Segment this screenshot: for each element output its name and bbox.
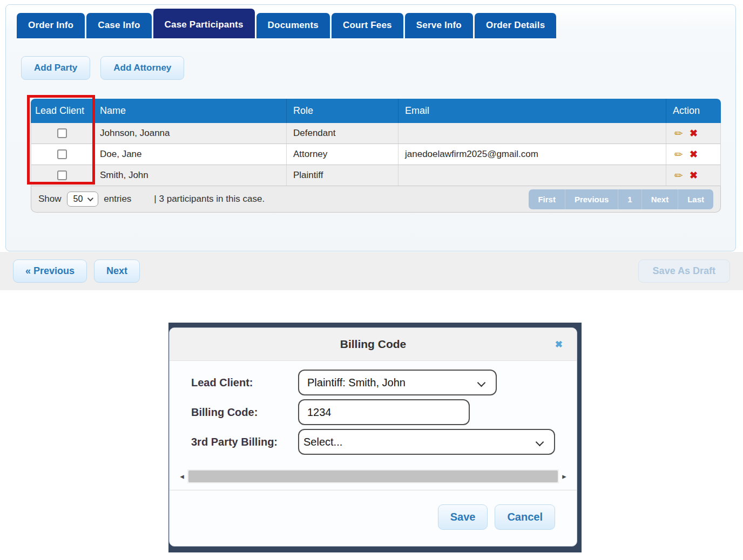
column-header-role: Role — [286, 99, 398, 123]
delete-icon[interactable]: ✖ — [690, 170, 698, 180]
tab-documents[interactable]: Documents — [256, 13, 330, 38]
horizontal-scrollbar: ◂ ▸ — [179, 469, 568, 483]
table-body: Johnson, Joanna Defendant ✏ ✖ Doe, Jane … — [31, 123, 721, 186]
pagination-previous-button[interactable]: Previous — [565, 189, 618, 209]
billing-code-input[interactable]: 1234 — [298, 399, 470, 425]
modal-title: Billing Code — [340, 338, 407, 351]
show-label: Show — [38, 194, 62, 204]
modal-buttons: Save Cancel — [191, 504, 555, 530]
participant-role: Defendant — [286, 123, 398, 144]
pagination-first-button[interactable]: First — [529, 189, 565, 209]
page: Order Info Case Info Case Participants D… — [0, 0, 743, 560]
pagination-next-button[interactable]: Next — [642, 189, 679, 209]
modal-header: Billing Code ✖ — [170, 328, 577, 361]
delete-icon[interactable]: ✖ — [690, 128, 698, 138]
participants-toolbar: Add Party Add Attorney — [21, 56, 184, 80]
chevron-down-icon — [477, 378, 486, 387]
edit-icon[interactable]: ✏ — [674, 128, 683, 139]
edit-icon[interactable]: ✏ — [674, 149, 683, 160]
column-header-lead-client: Lead Client — [31, 99, 93, 123]
previous-step-button[interactable]: « Previous — [13, 259, 87, 283]
column-header-action: Action — [666, 99, 721, 123]
wizard-nav-footer: « Previous Next Save As Draft — [0, 252, 743, 290]
modal-body: Lead Client: Plaintiff: Smith, John Bill… — [170, 361, 577, 530]
modal-backdrop: Billing Code ✖ Lead Client: Plaintiff: S… — [168, 323, 582, 552]
delete-icon[interactable]: ✖ — [690, 149, 698, 159]
tab-case-participants[interactable]: Case Participants — [153, 9, 255, 38]
third-party-billing-value: Select... — [303, 436, 342, 448]
tab-serve-info[interactable]: Serve Info — [405, 13, 473, 38]
tab-order-info[interactable]: Order Info — [17, 13, 85, 38]
billing-code-label: Billing Code: — [191, 406, 298, 419]
table-row: Smith, John Plaintiff ✏ ✖ — [31, 165, 720, 186]
participants-table: Lead Client Name Role Email Action Johns… — [31, 99, 721, 213]
participant-email: janedoelawfirm2025@gmail.com — [398, 144, 666, 165]
scroll-right-icon[interactable]: ▸ — [561, 472, 568, 480]
third-party-billing-select[interactable]: Select... — [298, 429, 555, 455]
participant-email — [398, 165, 666, 186]
modal-divider — [170, 490, 577, 490]
lead-client-checkbox[interactable] — [57, 170, 67, 180]
scrollbar-thumb[interactable] — [188, 470, 558, 482]
chevron-down-icon — [536, 438, 544, 446]
participant-name: Johnson, Joanna — [93, 123, 286, 144]
tab-bar: Order Info Case Info Case Participants D… — [17, 5, 556, 38]
page-size-select[interactable]: 50 — [67, 192, 99, 207]
participant-name: Doe, Jane — [93, 144, 286, 165]
third-party-billing-label: 3rd Party Billing: — [191, 436, 298, 448]
table-row: Johnson, Joanna Defendant ✏ ✖ — [31, 123, 720, 144]
tab-order-details[interactable]: Order Details — [475, 13, 556, 38]
scrollbar-track[interactable] — [187, 469, 559, 483]
third-party-billing-field-row: 3rd Party Billing: Select... — [191, 429, 555, 455]
pagination-last-button[interactable]: Last — [678, 189, 713, 209]
lead-client-checkbox[interactable] — [57, 149, 67, 159]
save-as-draft-button[interactable]: Save As Draft — [638, 259, 730, 283]
edit-icon[interactable]: ✏ — [674, 170, 683, 181]
participant-role: Plaintiff — [286, 165, 398, 186]
save-button[interactable]: Save — [438, 504, 488, 530]
cancel-button[interactable]: Cancel — [495, 504, 555, 530]
add-party-button[interactable]: Add Party — [21, 56, 90, 80]
lead-client-value: Plaintiff: Smith, John — [307, 377, 406, 389]
billing-code-field-row: Billing Code: 1234 — [191, 399, 555, 425]
billing-code-modal: Billing Code ✖ Lead Client: Plaintiff: S… — [169, 327, 577, 547]
lead-client-select[interactable]: Plaintiff: Smith, John — [298, 370, 497, 395]
entries-label: entries — [104, 194, 131, 204]
participant-name: Smith, John — [93, 165, 286, 186]
tab-court-fees[interactable]: Court Fees — [332, 13, 403, 38]
billing-code-value: 1234 — [307, 406, 332, 419]
close-icon[interactable]: ✖ — [555, 339, 563, 350]
page-size-value: 50 — [73, 194, 83, 204]
chevron-down-icon — [87, 195, 93, 201]
lead-client-label: Lead Client: — [191, 377, 298, 389]
pagination-page-1-button[interactable]: 1 — [618, 189, 641, 209]
table-header-row: Lead Client Name Role Email Action — [31, 99, 721, 123]
table-footer: Show 50 entries | 3 participants in this… — [31, 186, 721, 213]
participant-email — [398, 123, 666, 144]
participant-role: Attorney — [286, 144, 398, 165]
pagination: First Previous 1 Next Last — [529, 189, 713, 209]
column-header-email: Email — [398, 99, 666, 123]
participants-count: | 3 participants in this case. — [154, 194, 265, 204]
column-header-name: Name — [93, 99, 286, 123]
tab-case-info[interactable]: Case Info — [86, 13, 151, 38]
lead-client-checkbox[interactable] — [57, 128, 67, 138]
lead-client-field-row: Lead Client: Plaintiff: Smith, John — [191, 370, 555, 395]
scroll-left-icon[interactable]: ◂ — [179, 472, 185, 480]
add-attorney-button[interactable]: Add Attorney — [100, 56, 184, 80]
next-step-button[interactable]: Next — [94, 259, 140, 283]
table-row: Doe, Jane Attorney janedoelawfirm2025@gm… — [31, 144, 720, 165]
